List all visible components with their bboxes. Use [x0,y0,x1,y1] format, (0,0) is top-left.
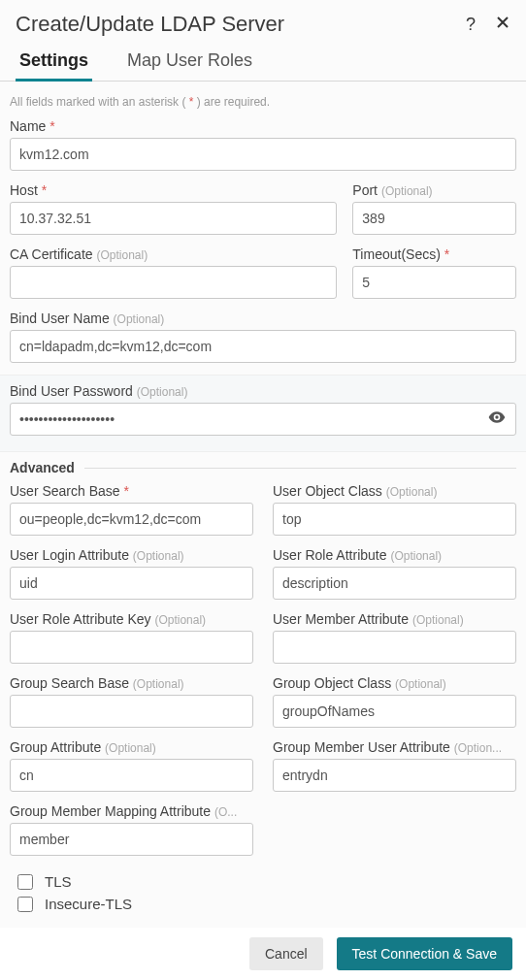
group-member-mapping-attr-label: Group Member Mapping Attribute (O... [10,803,253,819]
bind-user-input[interactable] [10,330,516,363]
host-label: Host * [10,182,337,198]
port-input[interactable] [352,202,516,235]
name-input[interactable] [10,138,516,171]
user-search-base-input[interactable] [10,503,253,536]
user-search-base-label: User Search Base * [10,483,253,499]
ca-cert-input[interactable] [10,266,337,299]
port-label: Port (Optional) [352,182,516,198]
bind-user-label: Bind User Name (Optional) [10,310,516,326]
user-role-attr-key-label: User Role Attribute Key (Optional) [10,611,253,627]
bind-pw-label: Bind User Password (Optional) [10,383,516,399]
timeout-label: Timeout(Secs) * [352,246,516,262]
group-search-base-input[interactable] [10,695,253,728]
user-object-class-input[interactable] [273,503,516,536]
dialog-title: Create/Update LDAP Server [16,12,446,37]
group-member-user-attr-label: Group Member User Attribute (Option... [273,739,516,755]
insecure-tls-checkbox[interactable] [17,897,33,912]
tab-settings[interactable]: Settings [16,45,92,81]
user-role-attr-key-input[interactable] [10,631,253,664]
name-label: Name * [10,118,516,134]
timeout-input[interactable] [352,266,516,299]
host-input[interactable] [10,202,337,235]
tls-checkbox[interactable] [17,874,33,890]
show-password-icon[interactable] [487,408,507,431]
ca-cert-label: CA Certificate (Optional) [10,246,337,262]
required-note: All fields marked with an asterisk ( * )… [0,95,526,118]
user-role-attr-input[interactable] [273,567,516,600]
group-attr-label: Group Attribute (Optional) [10,739,253,755]
user-login-attr-label: User Login Attribute (Optional) [10,547,253,563]
user-member-attr-input[interactable] [273,631,516,664]
group-attr-input[interactable] [10,759,253,792]
divider-line [84,468,516,469]
group-member-user-attr-input[interactable] [273,759,516,792]
test-connection-save-button[interactable]: Test Connection & Save [337,937,512,970]
close-icon[interactable] [495,15,510,35]
group-object-class-input[interactable] [273,695,516,728]
group-search-base-label: Group Search Base (Optional) [10,675,253,691]
advanced-section-label: Advanced [10,460,75,475]
cancel-button[interactable]: Cancel [249,937,323,970]
insecure-tls-label: Insecure-TLS [45,896,132,912]
group-member-mapping-attr-input[interactable] [10,823,253,856]
user-object-class-label: User Object Class (Optional) [273,483,516,499]
bind-pw-input[interactable] [10,403,516,436]
group-object-class-label: Group Object Class (Optional) [273,675,516,691]
user-role-attr-label: User Role Attribute (Optional) [273,547,516,563]
user-member-attr-label: User Member Attribute (Optional) [273,611,516,627]
user-login-attr-input[interactable] [10,567,253,600]
help-icon[interactable]: ? [466,15,476,35]
tls-label: TLS [45,873,72,890]
tab-map-user-roles[interactable]: Map User Roles [123,45,256,81]
